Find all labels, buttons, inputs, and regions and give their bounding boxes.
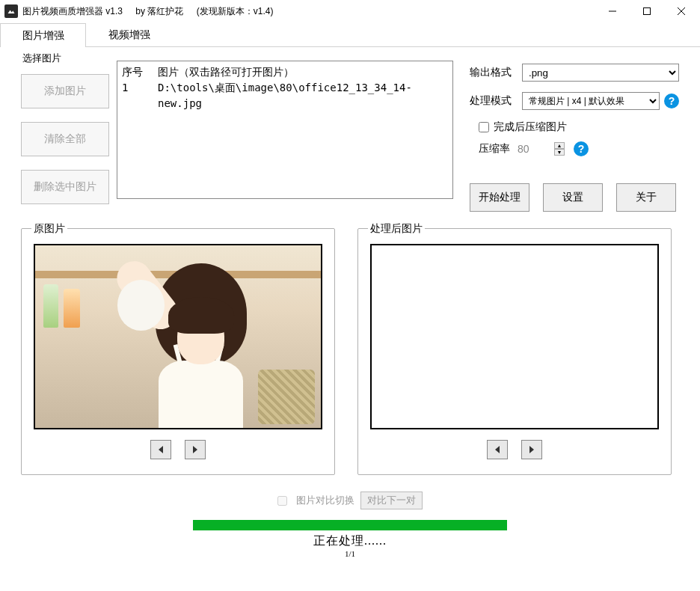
delete-selected-button[interactable]: 删除选中图片 (21, 170, 109, 204)
window-controls (595, 0, 699, 22)
app-window: 图片视频画质增强器 v1.3 by 落红护花 (发现新版本：v1.4) 图片增强… (0, 0, 700, 591)
process-mode-label: 处理模式 (470, 94, 522, 108)
app-author: by 落红护花 (135, 6, 183, 16)
original-next-button[interactable] (185, 440, 206, 459)
original-preview-group: 原图片 (21, 228, 335, 475)
compare-next-button[interactable]: 对比下一对 (360, 492, 423, 509)
tab-video-enhance[interactable]: 视频增强 (86, 22, 172, 46)
app-icon (4, 4, 18, 18)
minimize-button[interactable] (595, 0, 630, 22)
processed-preview-group: 处理后图片 (357, 228, 672, 475)
help-icon[interactable]: ? (574, 141, 589, 156)
new-version-notice: (发现新版本：v1.4) (197, 6, 274, 16)
progress-fill (193, 520, 507, 530)
settings-button[interactable]: 设置 (543, 183, 603, 212)
original-image (35, 245, 321, 428)
page-indicator: 1/1 (21, 549, 679, 558)
original-prev-button[interactable] (150, 440, 171, 459)
original-preview-label: 原图片 (31, 222, 67, 236)
compress-after-checkbox[interactable] (479, 122, 489, 132)
col-index-header: 序号 (122, 64, 158, 80)
compare-controls: 图片对比切换 对比下一对 (21, 492, 679, 509)
table-row[interactable]: 1 D:\tools\桌面\image\80\office12_13_34_14… (122, 80, 448, 111)
add-image-button[interactable]: 添加图片 (21, 74, 109, 108)
compress-rate-value: 80 (518, 143, 551, 155)
output-format-label: 输出格式 (470, 66, 522, 79)
output-format-select[interactable]: .png (522, 64, 679, 82)
titlebar: 图片视频画质增强器 v1.3 by 落红护花 (发现新版本：v1.4) (0, 0, 700, 22)
col-path-header: 图片（双击路径可打开图片） (158, 64, 448, 80)
compare-toggle-checkbox[interactable] (277, 496, 287, 506)
status-text: 正在处理...... (21, 533, 679, 549)
maximize-button[interactable] (630, 0, 664, 22)
settings-panel: 输出格式 .png 处理模式 常规图片 | x4 | 默认效果 ? 完成后压缩图… (470, 64, 679, 212)
processed-next-button[interactable] (521, 440, 542, 459)
start-process-button[interactable]: 开始处理 (470, 183, 529, 212)
processed-preview-label: 处理后图片 (368, 222, 425, 236)
spinner-down-icon[interactable]: ▼ (554, 149, 565, 156)
svg-rect-1 (644, 8, 651, 15)
app-name: 图片视频画质增强器 v1.3 (22, 6, 123, 16)
row-index: 1 (122, 80, 158, 111)
compress-rate-spinner[interactable]: ▲ ▼ (554, 142, 565, 156)
spinner-up-icon[interactable]: ▲ (554, 142, 565, 149)
process-mode-select[interactable]: 常规图片 | x4 | 默认效果 (522, 92, 660, 110)
close-button[interactable] (664, 0, 699, 22)
compare-toggle-label: 图片对比切换 (296, 494, 354, 507)
row-path[interactable]: D:\tools\桌面\image\80\office12_13_34_14-n… (158, 80, 448, 111)
select-image-label: 选择图片 (21, 52, 63, 65)
original-image-box (34, 244, 322, 429)
tab-bar: 图片增强 视频增强 (0, 22, 700, 47)
progress-bar (193, 520, 507, 530)
about-button[interactable]: 关于 (616, 183, 676, 212)
processed-image-box (370, 244, 659, 429)
help-icon[interactable]: ? (664, 94, 679, 108)
compress-after-label: 完成后压缩图片 (494, 120, 567, 134)
processed-prev-button[interactable] (487, 440, 508, 459)
compress-rate-label: 压缩率 (479, 142, 510, 156)
file-table-header: 序号 图片（双击路径可打开图片） (122, 64, 448, 80)
tab-image-enhance[interactable]: 图片增强 (0, 23, 86, 47)
clear-all-button[interactable]: 清除全部 (21, 122, 109, 156)
file-table[interactable]: 序号 图片（双击路径可打开图片） 1 D:\tools\桌面\image\80\… (117, 61, 453, 199)
titlebar-text: 图片视频画质增强器 v1.3 by 落红护花 (发现新版本：v1.4) (22, 5, 283, 18)
